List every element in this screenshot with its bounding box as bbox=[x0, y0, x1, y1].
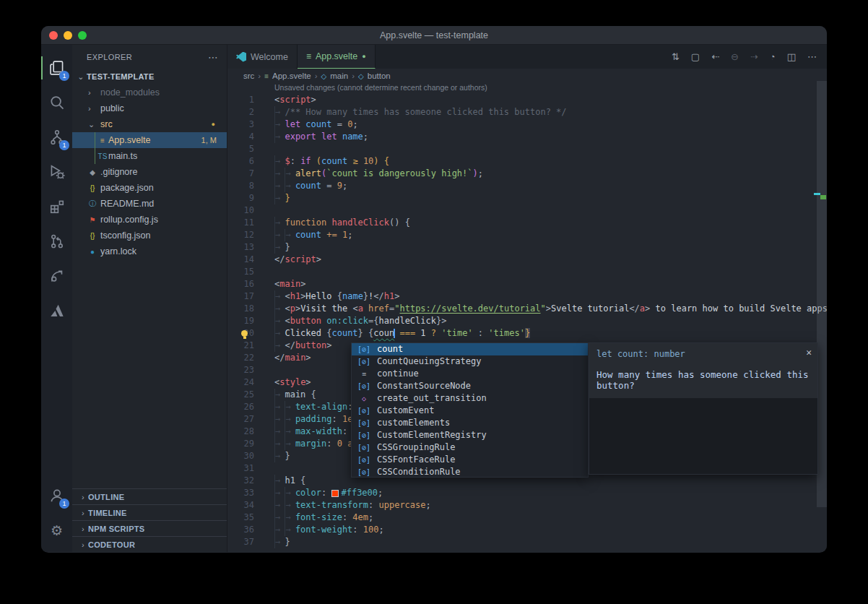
code-line-7[interactable]: 7→→alert(`count is dangerously high!`); bbox=[227, 168, 827, 180]
file-row-node-modules[interactable]: ›node_modules bbox=[72, 85, 227, 100]
line-content: →h1 { bbox=[254, 475, 305, 487]
suggestion-continue[interactable]: ≡continue bbox=[352, 368, 588, 380]
code-line-2[interactable]: 2→/** How many times has someone clicked… bbox=[227, 106, 827, 118]
tab-app-svelte[interactable]: ≡ App.svelte ● bbox=[298, 45, 376, 69]
activity-run-debug[interactable] bbox=[41, 155, 72, 189]
explorer-more-actions-icon[interactable]: ⋯ bbox=[208, 51, 218, 63]
split-editor-icon[interactable]: ◫ bbox=[787, 51, 796, 62]
css-color-swatch[interactable] bbox=[331, 490, 339, 497]
suggestion-count[interactable]: [⊘]count bbox=[352, 343, 588, 355]
next-change-icon[interactable]: ⇢ bbox=[750, 51, 758, 62]
code-editor[interactable]: Unsaved changes (cannot determine recent… bbox=[227, 83, 827, 552]
file-row--gitignore[interactable]: ◆.gitignore bbox=[72, 164, 227, 180]
breadcrumb-item-src[interactable]: src bbox=[243, 72, 254, 80]
tab-welcome[interactable]: Welcome bbox=[227, 45, 298, 69]
line-content: →/** How many times has someone clicked … bbox=[254, 106, 567, 118]
file-row-app-svelte[interactable]: ≡App.svelte1, M bbox=[72, 132, 227, 148]
code-line-10[interactable]: 10 bbox=[227, 204, 827, 217]
code-line-15[interactable]: 15 bbox=[227, 266, 827, 278]
code-line-16[interactable]: 16<main> bbox=[227, 278, 827, 290]
activity-live-share[interactable] bbox=[41, 259, 72, 293]
suggestion-customelements[interactable]: [⊘]customElements bbox=[352, 417, 588, 429]
close-window-button[interactable] bbox=[49, 31, 58, 40]
suggestion-cssgroupingrule[interactable]: [⊘]CSSGroupingRule bbox=[352, 441, 588, 454]
activity-azure[interactable] bbox=[41, 293, 72, 328]
file-row-main-ts[interactable]: TSmain.ts bbox=[72, 148, 227, 164]
code-line-33[interactable]: 33→→color: #ff3e00; bbox=[227, 487, 827, 499]
indent-guide: → bbox=[274, 524, 285, 536]
unsaved-dot-icon[interactable]: ● bbox=[362, 53, 365, 60]
file-row-readme-md[interactable]: ⓘREADME.md bbox=[72, 196, 227, 212]
code-line-12[interactable]: 12→→count += 1; bbox=[227, 229, 827, 241]
section-npm-scripts[interactable]: ›NPM SCRIPTS bbox=[72, 520, 227, 536]
code-line-6[interactable]: 6→$: if (count ≥ 10) { bbox=[227, 155, 827, 168]
code-line-18[interactable]: 18→<p>Visit the <a href="https://svelte.… bbox=[227, 303, 827, 315]
file-row-rollup-config-js[interactable]: ⚑rollup.config.js bbox=[72, 212, 227, 228]
code-line-35[interactable]: 35→→font-size: 4em; bbox=[227, 512, 827, 524]
code-line-19[interactable]: 19→<button on:click={handleClick}> bbox=[227, 315, 827, 327]
go-back-icon[interactable]: ⇠ bbox=[711, 51, 719, 62]
code-token: to learn how to build Svelte apps. bbox=[650, 303, 827, 314]
suggestion-cssfontfacerule[interactable]: [⊘]CSSFontFaceRule bbox=[352, 454, 588, 466]
activity-extensions[interactable] bbox=[41, 189, 72, 224]
code-token: === bbox=[394, 328, 420, 338]
code-line-20[interactable]: 20→Clicked {count} {coun === 1 ? 'time' … bbox=[227, 327, 827, 340]
breadcrumb-item-app-svelte[interactable]: App.svelte bbox=[272, 72, 311, 80]
more-actions-icon[interactable]: ⋯ bbox=[807, 51, 817, 62]
editor-scrollbar[interactable] bbox=[817, 81, 827, 507]
zoom-window-button[interactable] bbox=[78, 31, 87, 40]
yarn-file-icon: ● bbox=[87, 248, 98, 256]
suggestion-customevent[interactable]: [⊘]CustomEvent bbox=[352, 405, 588, 417]
code-line-17[interactable]: 17→<h1>Hello {name}!</h1> bbox=[227, 290, 827, 303]
code-line-34[interactable]: 34→→text-transform: uppercase; bbox=[227, 499, 827, 512]
breadcrumb-item-main[interactable]: main bbox=[330, 72, 348, 80]
code-line-1[interactable]: 1<script> bbox=[227, 94, 827, 106]
minimize-window-button[interactable] bbox=[64, 31, 72, 40]
compare-changes-icon[interactable]: ⇅ bbox=[672, 51, 680, 62]
activity-explorer[interactable]: 1 bbox=[41, 51, 72, 85]
line-content: <main> bbox=[254, 278, 305, 290]
lightbulb-icon[interactable] bbox=[241, 330, 248, 337]
code-line-4[interactable]: 4→export let name; bbox=[227, 131, 827, 143]
breadcrumb-item-button[interactable]: button bbox=[368, 72, 391, 80]
activity-github-pull-requests[interactable] bbox=[41, 224, 72, 259]
code-line-9[interactable]: 9→} bbox=[227, 192, 827, 204]
symbol-variable-icon: [⊘] bbox=[355, 355, 373, 368]
breadcrumb-symbol-icon: ◇ bbox=[321, 72, 327, 80]
code-line-11[interactable]: 11→function handleClick() { bbox=[227, 217, 827, 229]
file-row-public[interactable]: ›public bbox=[72, 100, 227, 116]
activity-settings[interactable]: ⚙ bbox=[41, 513, 72, 548]
file-row-src[interactable]: ⌄src● bbox=[72, 116, 227, 132]
file-row-tsconfig-json[interactable]: {}tsconfig.json bbox=[72, 228, 227, 243]
section-timeline[interactable]: ›TIMELINE bbox=[72, 504, 227, 520]
section-outline[interactable]: ›OUTLINE bbox=[72, 488, 227, 504]
file-row-package-json[interactable]: {}package.json bbox=[72, 180, 227, 196]
info-file-icon: ⓘ bbox=[87, 199, 98, 209]
code-line-36[interactable]: 36→→font-weight: 100; bbox=[227, 524, 827, 536]
suggestion-create_out_transition[interactable]: ◇create_out_transition bbox=[352, 392, 588, 405]
workspace-root-row[interactable]: ⌄ TEST-TEMPLATE bbox=[72, 69, 227, 85]
activity-source-control[interactable]: 1 bbox=[41, 120, 72, 155]
open-changes-icon[interactable]: ▢ bbox=[691, 51, 700, 62]
suggestion-constantsourcenode[interactable]: [⊘]ConstantSourceNode bbox=[352, 380, 588, 392]
section-codetour[interactable]: ›CODETOUR bbox=[72, 536, 227, 552]
activity-search[interactable] bbox=[41, 85, 72, 120]
suggestion-customelementregistry[interactable]: [⊘]CustomElementRegistry bbox=[352, 429, 588, 441]
code-token: ? bbox=[431, 328, 436, 338]
activity-accounts[interactable]: 1 bbox=[41, 478, 72, 513]
previous-change-icon[interactable]: ⊖ bbox=[731, 51, 739, 62]
code-line-14[interactable]: 14</script> bbox=[227, 254, 827, 266]
code-line-13[interactable]: 13→} bbox=[227, 241, 827, 254]
file-row-yarn-lock[interactable]: ●yarn.lock bbox=[72, 243, 227, 259]
code-line-37[interactable]: 37→} bbox=[227, 536, 827, 548]
indent-guide: → bbox=[274, 475, 285, 487]
suggestion-cssconditionrule[interactable]: [⊘]CSSConditionRule bbox=[352, 466, 588, 478]
timeline-icon[interactable]: ◔ bbox=[770, 51, 776, 62]
search-icon bbox=[49, 95, 65, 111]
suggestion-countqueuingstrategy[interactable]: [⊘]CountQueuingStrategy bbox=[352, 355, 588, 368]
close-icon[interactable]: ✕ bbox=[806, 347, 812, 358]
code-line-5[interactable]: 5 bbox=[227, 143, 827, 155]
codelens-unsaved-changes[interactable]: Unsaved changes (cannot determine recent… bbox=[227, 83, 827, 94]
code-line-8[interactable]: 8→→count = 9; bbox=[227, 180, 827, 192]
code-line-3[interactable]: 3→let count = 0; bbox=[227, 118, 827, 131]
